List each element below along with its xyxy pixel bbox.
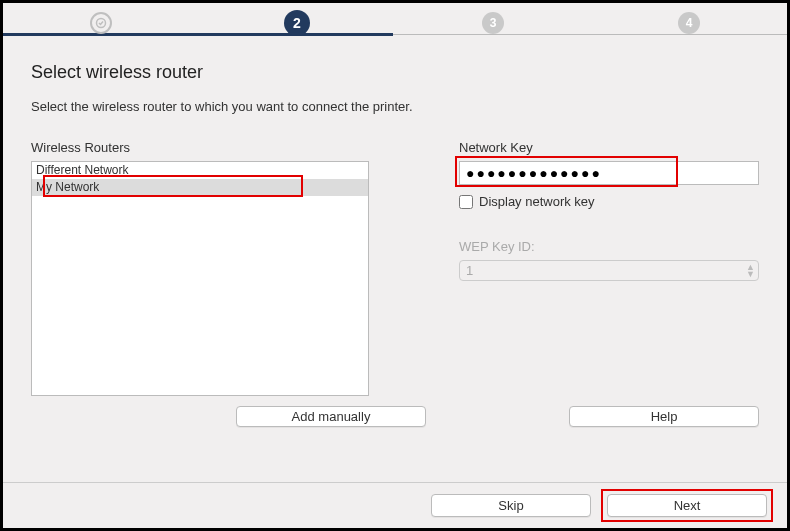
- step-4-badge: 4: [678, 12, 700, 34]
- step-1: [3, 12, 199, 40]
- add-manually-button[interactable]: Add manually: [236, 406, 426, 427]
- wep-section: WEP Key ID: 1 ▲▼: [459, 239, 759, 281]
- step-4: 4: [591, 12, 787, 40]
- display-key-label: Display network key: [479, 194, 595, 209]
- key-column: Network Key Display network key WEP Key …: [459, 140, 759, 396]
- router-item[interactable]: Different Network: [32, 162, 368, 179]
- step-2: 2: [199, 10, 395, 42]
- help-button[interactable]: Help: [569, 406, 759, 427]
- router-item[interactable]: My Network: [32, 179, 368, 196]
- network-key-input[interactable]: [459, 161, 759, 185]
- wep-id-select[interactable]: 1: [459, 260, 759, 281]
- routers-column: Wireless Routers Different Network My Ne…: [31, 140, 369, 396]
- content-area: Select wireless router Select the wirele…: [3, 42, 787, 482]
- step-2-badge: 2: [284, 10, 310, 36]
- display-key-row[interactable]: Display network key: [459, 194, 759, 209]
- instruction-text: Select the wireless router to which you …: [31, 99, 759, 114]
- step-3-badge: 3: [482, 12, 504, 34]
- mid-button-row: Add manually Help: [31, 406, 759, 427]
- next-button[interactable]: Next: [607, 494, 767, 517]
- step-3: 3: [395, 12, 591, 40]
- display-key-checkbox[interactable]: [459, 195, 473, 209]
- wep-id-label: WEP Key ID:: [459, 239, 759, 254]
- skip-button[interactable]: Skip: [431, 494, 591, 517]
- routers-label: Wireless Routers: [31, 140, 369, 155]
- network-key-label: Network Key: [459, 140, 759, 155]
- router-list[interactable]: Different Network My Network: [31, 161, 369, 396]
- stepper: 2 3 4: [3, 3, 787, 42]
- columns: Wireless Routers Different Network My Ne…: [31, 140, 759, 396]
- check-icon: [90, 12, 112, 34]
- footer: Skip Next: [3, 482, 787, 528]
- wizard-window: 2 3 4 Select wireless router Select the …: [0, 0, 790, 531]
- page-title: Select wireless router: [31, 62, 759, 83]
